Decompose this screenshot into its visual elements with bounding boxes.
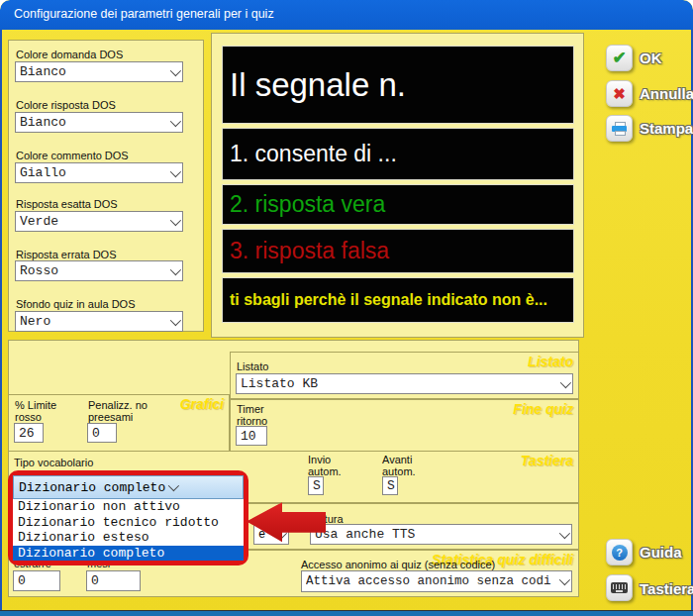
stampa-button[interactable] bbox=[606, 115, 633, 142]
listato-label: Listato bbox=[237, 360, 268, 372]
guida-button[interactable]: ? bbox=[606, 539, 633, 565]
listato-group-title: Listato bbox=[528, 354, 573, 369]
ok-button-label: OK bbox=[640, 50, 662, 66]
tipo-vocabolario-options-list: Dizionario non attivo Dizionario tecnico… bbox=[13, 499, 244, 561]
preview-question-line: Il segnale n. bbox=[222, 46, 574, 124]
field-label: Colore risposta DOS bbox=[16, 99, 116, 111]
grafici-group-title: Grafici bbox=[180, 396, 224, 412]
colore-risposta-select[interactable]: Bianco bbox=[15, 112, 183, 133]
preview-answer3-line: 3. risposta falsa bbox=[222, 229, 574, 273]
chevron-down-icon bbox=[170, 263, 181, 274]
tastiera-button[interactable] bbox=[606, 574, 633, 601]
window-border-bottom bbox=[0, 610, 693, 616]
grafici-group: Grafici % Limite rosso 26 Penalizz. no p… bbox=[8, 394, 230, 452]
field-label: Colore domanda DOS bbox=[16, 49, 123, 60]
chevron-down-icon bbox=[168, 480, 179, 491]
limite-rosso-label: % Limite rosso bbox=[15, 399, 70, 423]
chevron-down-icon bbox=[170, 165, 181, 176]
field-label: Sfondo quiz in aula DOS bbox=[16, 298, 135, 310]
tipo-vocabolario-select[interactable]: Dizionario completo bbox=[13, 475, 244, 499]
risposta-errata-select[interactable]: Rosso bbox=[15, 260, 183, 281]
chevron-down-icon bbox=[559, 574, 570, 585]
accesso-anonimo-select[interactable]: Attiva accesso anonimo senza codi bbox=[301, 570, 572, 592]
ok-button[interactable]: ✔ bbox=[606, 45, 633, 71]
lettura-select[interactable]: Usa anche TTS bbox=[310, 524, 572, 545]
quiz-preview-panel: Il segnale n. 1. consente di ... 2. risp… bbox=[211, 33, 584, 338]
tipo-vocabolario-label: Tipo vocabolario bbox=[14, 457, 93, 468]
quiz-config-dialog: Configurazione dei parametri generali pe… bbox=[0, 0, 693, 616]
invio-autom-label: Invio autom. bbox=[308, 454, 347, 477]
fine-quiz-group-title: Fine quiz bbox=[513, 401, 573, 417]
field-label: Risposta esatta DOS bbox=[16, 198, 118, 210]
estrarre-input[interactable]: 0 bbox=[13, 570, 60, 591]
chevron-down-icon bbox=[170, 115, 181, 126]
field-label: Risposta errata DOS bbox=[16, 249, 116, 260]
annulla-button[interactable]: ✖ bbox=[606, 80, 633, 107]
window-title: Configurazione dei parametri generali pe… bbox=[14, 7, 274, 21]
fine-quiz-group: Fine quiz Timer ritorno 10 bbox=[230, 399, 579, 452]
mesi-input[interactable]: 0 bbox=[86, 570, 141, 591]
field-label: Colore commento DOS bbox=[16, 150, 129, 161]
avanti-autom-label: Avanti autom. bbox=[382, 454, 424, 477]
help-icon: ? bbox=[612, 545, 628, 561]
avanti-autom-input[interactable]: S bbox=[382, 476, 398, 495]
stampa-button-label: Stampa bbox=[640, 120, 693, 137]
listato-group: Listato Listato Listato KB bbox=[230, 352, 579, 399]
chevron-down-icon bbox=[560, 376, 571, 387]
chevron-down-icon bbox=[170, 314, 181, 325]
listato-select[interactable]: Listato KB bbox=[236, 373, 573, 394]
preview-comment-line: ti sbagli perchè il segnale indicato non… bbox=[222, 277, 574, 323]
title-bar: Configurazione dei parametri generali pe… bbox=[0, 0, 693, 30]
window-border-left bbox=[0, 30, 2, 611]
timer-ritorno-input[interactable]: 10 bbox=[236, 426, 267, 446]
keyboard-icon bbox=[611, 582, 628, 593]
printer-icon bbox=[612, 122, 628, 135]
tastiera-group-title: Tastiera bbox=[521, 453, 573, 468]
annulla-button-label: Annulla bbox=[640, 85, 693, 102]
option-dizionario-tecnico-ridotto[interactable]: Dizionario tecnico ridotto bbox=[13, 515, 244, 531]
option-dizionario-non-attivo[interactable]: Dizionario non attivo bbox=[13, 499, 244, 515]
limite-rosso-input[interactable]: 26 bbox=[14, 423, 44, 443]
invio-autom-input[interactable]: S bbox=[308, 476, 324, 495]
guida-button-label: Guida bbox=[640, 544, 682, 561]
chevron-down-icon bbox=[559, 527, 570, 538]
preview-answer1-line: 1. consente di ... bbox=[222, 128, 574, 180]
option-dizionario-esteso[interactable]: Dizionario esteso bbox=[13, 530, 244, 546]
accesso-anonimo-label: Accesso anonimo ai quiz (senza codice) bbox=[301, 559, 495, 570]
colore-commento-select[interactable]: Giallo bbox=[15, 162, 183, 183]
chevron-down-icon bbox=[170, 64, 181, 75]
x-icon: ✖ bbox=[613, 85, 626, 103]
penalizz-label: Penalizz. no preesami bbox=[88, 399, 151, 423]
dos-colors-panel: Colore domanda DOS Colore risposta DOS C… bbox=[8, 40, 204, 332]
check-icon: ✔ bbox=[612, 48, 626, 68]
chevron-down-icon bbox=[170, 214, 181, 225]
risposta-esatta-select[interactable]: Verde bbox=[15, 211, 183, 232]
penalizz-input[interactable]: 0 bbox=[87, 423, 117, 443]
option-dizionario-completo[interactable]: Dizionario completo bbox=[13, 546, 244, 562]
colore-domanda-select[interactable]: Bianco bbox=[15, 61, 183, 82]
preview-answer2-line: 2. risposta vera bbox=[222, 184, 574, 225]
tastiera-button-label: Tastiera bbox=[640, 580, 693, 597]
sfondo-quiz-select[interactable]: Nero bbox=[15, 311, 183, 332]
timer-ritorno-label: Timer ritorno bbox=[237, 403, 276, 427]
